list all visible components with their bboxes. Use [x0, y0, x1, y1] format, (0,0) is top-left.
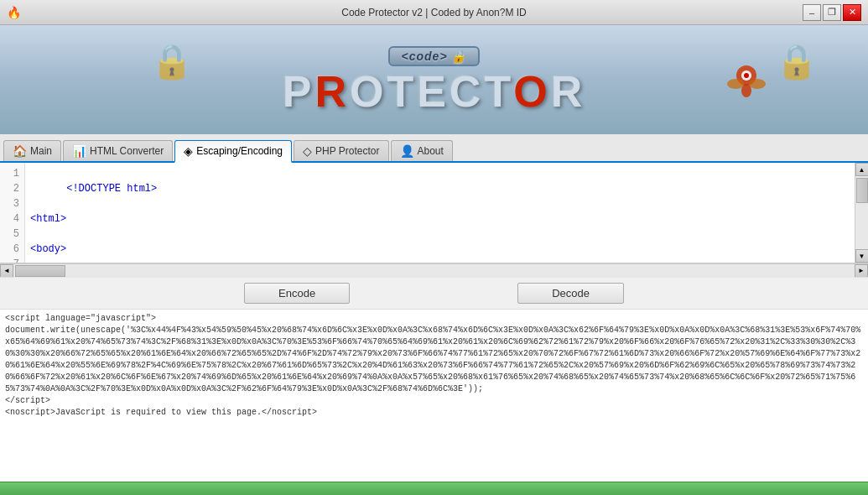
tab-php-label: PHP Protector [315, 145, 379, 157]
banner: 🔒 <code> 🔒 PROTECTOR 🔒 [0, 25, 868, 134]
title-bar-controls: – ❐ ✕ [803, 4, 861, 21]
tab-main-icon: 🏠 [13, 144, 27, 158]
tab-about-icon: 👤 [400, 144, 414, 158]
title-bar-title: Code Protector v2 | Coded by Anon?M ID [341, 7, 527, 18]
tab-php-protector[interactable]: ◇ PHP Protector [294, 140, 388, 161]
main-content: 1 2 3 4 5 6 7 <!DOCTYPE html> <html> <bo… [0, 163, 868, 482]
tab-about[interactable]: 👤 About [391, 140, 453, 161]
code-editor: 1 2 3 4 5 6 7 <!DOCTYPE html> <html> <bo… [0, 163, 868, 263]
title-bar: 🔥 Code Protector v2 | Coded by Anon?M ID… [0, 0, 868, 25]
line-numbers: 1 2 3 4 5 6 7 [0, 163, 25, 263]
hscroll-thumb[interactable] [15, 265, 65, 277]
vertical-scrollbar[interactable]: ▲ ▼ [855, 163, 868, 263]
banner-title: PROTECTOR [283, 70, 586, 113]
close-button[interactable]: ✕ [843, 4, 861, 21]
scroll-up-arrow[interactable]: ▲ [855, 163, 869, 176]
tab-html-converter[interactable]: 📊 HTML Converter [63, 140, 173, 161]
status-bar [0, 482, 868, 495]
line-num: 3 [5, 196, 19, 211]
line-num: 2 [5, 181, 19, 196]
scroll-right-arrow[interactable]: ► [855, 264, 868, 278]
minimize-button[interactable]: – [803, 4, 821, 21]
lock-icon-right: 🔒 [776, 42, 818, 81]
output-area[interactable]: <script language="javascript"> document.… [0, 310, 868, 482]
scroll-down-arrow[interactable]: ▼ [855, 249, 869, 263]
scroll-track[interactable] [855, 176, 869, 249]
tab-about-label: About [418, 145, 444, 157]
tab-html-label: HTML Converter [90, 145, 164, 157]
code-input[interactable]: <!DOCTYPE html> <html> <body> <h1>Softpe… [25, 163, 855, 263]
tab-escaping-label: Escaping/Encoding [196, 145, 283, 157]
horizontal-scrollbar[interactable]: ◄ ► [0, 263, 868, 277]
svg-point-2 [749, 79, 766, 89]
action-buttons: Encode Decode [0, 277, 868, 310]
tab-escaping[interactable]: ◈ Escaping/Encoding [174, 140, 292, 163]
svg-point-1 [727, 79, 744, 89]
svg-point-5 [744, 73, 749, 78]
decode-button[interactable]: Decode [517, 283, 624, 304]
code-tag-badge: <code> 🔒 [388, 46, 481, 66]
tab-php-icon: ◇ [303, 144, 312, 158]
line-num: 5 [5, 227, 19, 242]
scroll-left-arrow[interactable]: ◄ [0, 264, 13, 278]
banner-content: <code> 🔒 PROTECTOR [283, 46, 586, 113]
tab-html-icon: 📊 [72, 144, 86, 158]
line-num: 4 [5, 211, 19, 227]
tab-escaping-icon: ◈ [184, 144, 193, 158]
tabs-bar: 🏠 Main 📊 HTML Converter ◈ Escaping/Encod… [0, 134, 868, 163]
app-icon: 🔥 [7, 6, 21, 19]
line-num: 6 [5, 242, 19, 257]
title-bar-left: 🔥 [7, 6, 21, 19]
tab-main[interactable]: 🏠 Main [3, 140, 61, 161]
svg-point-3 [741, 84, 751, 97]
line-num: 7 [5, 257, 19, 263]
restore-button[interactable]: ❐ [823, 4, 841, 21]
tab-main-label: Main [30, 145, 52, 157]
encode-button[interactable]: Encode [244, 283, 350, 304]
scroll-thumb[interactable] [856, 178, 868, 203]
garuda-emblem [725, 59, 767, 101]
line-num: 1 [5, 166, 19, 181]
hscroll-track[interactable] [13, 264, 855, 278]
lock-icon-left: 🔒 [151, 42, 193, 81]
